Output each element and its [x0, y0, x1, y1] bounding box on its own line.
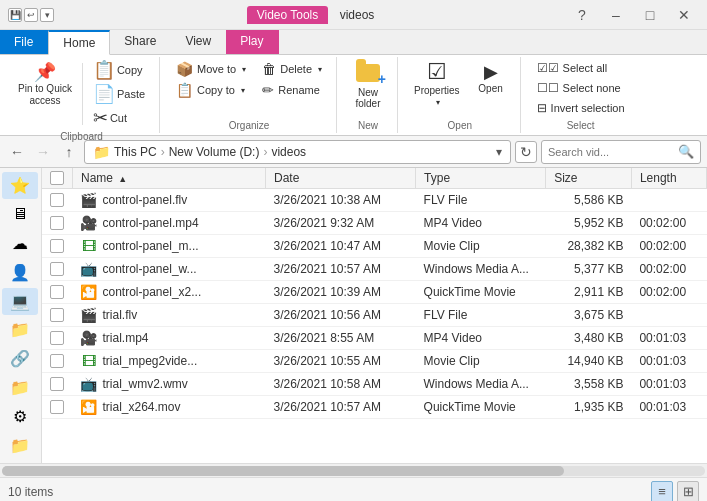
table-row[interactable]: 🎥 control-panel.mp4 3/26/2021 9:32 AM MP…	[42, 212, 707, 235]
file-name: control-panel.mp4	[103, 216, 199, 230]
horizontal-scrollbar[interactable]	[2, 466, 705, 476]
row-checkbox[interactable]	[50, 193, 64, 207]
row-checkbox-cell[interactable]	[42, 327, 73, 350]
row-checkbox[interactable]	[50, 285, 64, 299]
tab-home[interactable]: Home	[48, 30, 110, 55]
row-checkbox[interactable]	[50, 377, 64, 391]
table-row[interactable]: 🎦 control-panel_x2... 3/26/2021 10:39 AM…	[42, 281, 707, 304]
th-name[interactable]: Name ▲	[73, 168, 266, 189]
row-checkbox-cell[interactable]	[42, 304, 73, 327]
up-button[interactable]: ↑	[58, 141, 80, 163]
sidebar-item-network[interactable]: 🔗	[2, 345, 38, 372]
select-all-checkbox[interactable]	[50, 171, 64, 185]
save-tb-btn[interactable]: 💾	[8, 8, 22, 22]
tab-view[interactable]: View	[171, 30, 226, 54]
sidebar-item-quick-access[interactable]: ⭐	[2, 172, 38, 199]
row-checkbox[interactable]	[50, 400, 64, 414]
maximize-button[interactable]: □	[635, 5, 665, 25]
tab-file[interactable]: File	[0, 30, 48, 54]
delete-button[interactable]: Delete ▾	[256, 59, 328, 79]
row-name-cell[interactable]: 📺 trial_wmv2.wmv	[73, 373, 266, 396]
pin-to-quick-button[interactable]: Pin to Quickaccess	[12, 59, 78, 109]
sidebar-item-folder3[interactable]: 📁	[2, 432, 38, 459]
move-to-button[interactable]: Move to ▾	[170, 59, 252, 79]
paste-button[interactable]: Paste	[87, 83, 151, 105]
row-checkbox-cell[interactable]	[42, 396, 73, 419]
address-dropdown-arrow[interactable]: ▾	[496, 145, 502, 159]
tab-play[interactable]: Play	[226, 30, 278, 54]
open-button[interactable]: Open	[470, 59, 512, 96]
row-checkbox-cell[interactable]	[42, 189, 73, 212]
tab-share[interactable]: Share	[110, 30, 171, 54]
path-new-volume[interactable]: New Volume (D:)	[169, 145, 260, 159]
th-type[interactable]: Type	[416, 168, 546, 189]
row-checkbox[interactable]	[50, 354, 64, 368]
row-name-cell[interactable]: 🎦 control-panel_x2...	[73, 281, 266, 304]
sidebar-item-desktop[interactable]: 🖥	[2, 201, 38, 228]
row-name-cell[interactable]: 🎞 trial_mpeg2vide...	[73, 350, 266, 373]
large-icon-view-button[interactable]: ⊞	[677, 481, 699, 502]
row-checkbox-cell[interactable]	[42, 235, 73, 258]
table-row[interactable]: 🎞 control-panel_m... 3/26/2021 10:47 AM …	[42, 235, 707, 258]
row-checkbox[interactable]	[50, 262, 64, 276]
back-button[interactable]: ←	[6, 141, 28, 163]
forward-button[interactable]: →	[32, 141, 54, 163]
row-name-cell[interactable]: 🎥 control-panel.mp4	[73, 212, 266, 235]
path-videos[interactable]: videos	[271, 145, 306, 159]
row-name-cell[interactable]: 🎦 trial_x264.mov	[73, 396, 266, 419]
search-icon[interactable]: 🔍	[678, 144, 694, 159]
row-checkbox-cell[interactable]	[42, 258, 73, 281]
sidebar-item-libraries[interactable]: 📁	[2, 317, 38, 344]
address-path[interactable]: 📁 This PC › New Volume (D:) › videos ▾	[84, 140, 511, 164]
search-box[interactable]: 🔍	[541, 140, 701, 164]
row-name-cell[interactable]: 🎬 control-panel.flv	[73, 189, 266, 212]
properties-button[interactable]: ☑ Properties ▾	[408, 59, 466, 109]
row-name-cell[interactable]: 🎬 trial.flv	[73, 304, 266, 327]
new-folder-button[interactable]: + Newfolder	[347, 59, 389, 111]
table-row[interactable]: 🎦 trial_x264.mov 3/26/2021 10:57 AM Quic…	[42, 396, 707, 419]
row-checkbox-cell[interactable]	[42, 212, 73, 235]
table-row[interactable]: 🎬 trial.flv 3/26/2021 10:56 AM FLV File …	[42, 304, 707, 327]
row-checkbox[interactable]	[50, 308, 64, 322]
scrollbar-thumb[interactable]	[2, 466, 564, 476]
help-button[interactable]: ?	[567, 5, 597, 25]
search-input[interactable]	[548, 146, 678, 158]
dropdown-tb-btn[interactable]: ▾	[40, 8, 54, 22]
th-length[interactable]: Length	[631, 168, 706, 189]
row-checkbox-cell[interactable]	[42, 281, 73, 304]
rename-button[interactable]: Rename	[256, 80, 328, 100]
th-checkbox[interactable]	[42, 168, 73, 189]
th-date[interactable]: Date	[265, 168, 415, 189]
select-all-button[interactable]: ☑☑ Select all	[531, 59, 631, 77]
row-name-cell[interactable]: 📺 control-panel_w...	[73, 258, 266, 281]
sidebar-item-settings[interactable]: ⚙	[2, 403, 38, 430]
table-row[interactable]: 🎬 control-panel.flv 3/26/2021 10:38 AM F…	[42, 189, 707, 212]
table-row[interactable]: 📺 trial_wmv2.wmv 3/26/2021 10:58 AM Wind…	[42, 373, 707, 396]
path-this-pc[interactable]: This PC	[114, 145, 157, 159]
copy-to-button[interactable]: 📋 Copy to ▾	[170, 80, 252, 100]
invert-selection-button[interactable]: ⊟ Invert selection	[531, 99, 631, 117]
row-checkbox[interactable]	[50, 331, 64, 345]
select-none-button[interactable]: ☐☐ Select none	[531, 79, 631, 97]
row-name-cell[interactable]: 🎞 control-panel_m...	[73, 235, 266, 258]
cut-button[interactable]: Cut	[87, 107, 151, 129]
th-size[interactable]: Size	[546, 168, 632, 189]
sidebar-item-this-pc[interactable]: 💻	[2, 288, 38, 315]
sidebar-item-cloud[interactable]: ☁	[2, 230, 38, 257]
row-checkbox[interactable]	[50, 216, 64, 230]
close-button[interactable]: ✕	[669, 5, 699, 25]
sidebar-item-user[interactable]: 👤	[2, 259, 38, 286]
table-row[interactable]: 🎥 trial.mp4 3/26/2021 8:55 AM MP4 Video …	[42, 327, 707, 350]
row-checkbox-cell[interactable]	[42, 350, 73, 373]
row-checkbox-cell[interactable]	[42, 373, 73, 396]
sidebar-item-folder2[interactable]: 📁	[2, 374, 38, 401]
undo-tb-btn[interactable]: ↩	[24, 8, 38, 22]
details-view-button[interactable]: ≡	[651, 481, 673, 502]
refresh-button[interactable]: ↻	[515, 141, 537, 163]
row-name-cell[interactable]: 🎥 trial.mp4	[73, 327, 266, 350]
row-checkbox[interactable]	[50, 239, 64, 253]
table-row[interactable]: 🎞 trial_mpeg2vide... 3/26/2021 10:55 AM …	[42, 350, 707, 373]
table-row[interactable]: 📺 control-panel_w... 3/26/2021 10:57 AM …	[42, 258, 707, 281]
copy-button[interactable]: Copy	[87, 59, 151, 81]
minimize-button[interactable]: –	[601, 5, 631, 25]
